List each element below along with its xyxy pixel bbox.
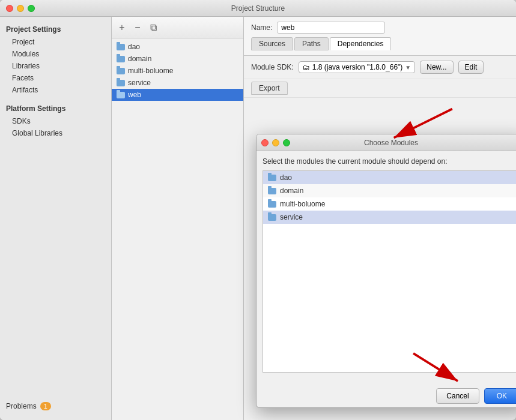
sidebar-item-artifacts[interactable]: Artifacts [0,84,111,96]
content-header: Name: Sources Paths Dependencies [244,17,516,56]
folder-icon [117,92,125,98]
remove-module-button[interactable]: − [131,21,144,34]
folder-icon [268,188,276,194]
sdk-select[interactable]: 🗂 1.8 (java version "1.8.0_66") ▼ [299,61,416,73]
dialog-module-service[interactable]: service [263,211,516,224]
title-bar: Project Structure [0,0,516,17]
sidebar-item-project[interactable]: Project [0,36,111,48]
folder-icon [117,44,125,50]
dialog-module-dao[interactable]: dao [263,171,516,184]
maximize-button[interactable] [28,5,35,12]
dialog-title: Choose Modules [364,139,418,147]
sdk-row: Module SDK: 🗂 1.8 (java version "1.8.0_6… [244,56,516,79]
window-controls [6,5,35,12]
window-title: Project Structure [231,4,285,13]
problems-item[interactable]: Problems 1 [0,398,112,414]
module-list: dao domain multi-boluome service [112,38,243,420]
sidebar-problems-section: Problems 1 [0,398,112,414]
sidebar-item-modules[interactable]: Modules [0,48,111,60]
folder-icon [117,68,125,74]
tabs-row: Sources Paths Dependencies [251,37,509,50]
copy-module-button[interactable]: ⧉ [147,21,160,34]
choose-modules-dialog: Choose Modules Select the modules the cu… [256,134,516,408]
folder-icon [268,214,276,221]
sidebar-item-libraries[interactable]: Libraries [0,60,111,72]
window-body: Project Settings Project Modules Librari… [0,17,516,420]
module-list-area: + − ⧉ dao domain multi-boluome [112,17,244,420]
module-item-dao[interactable]: dao [112,41,243,53]
ok-button[interactable]: OK [484,388,516,404]
dialog-instruction: Select the modules the current module sh… [263,157,516,166]
module-item-multi-boluome[interactable]: multi-boluome [112,65,243,77]
sdk-value: 1.8 (java version "1.8.0_66") [312,63,403,71]
chevron-down-icon: ▼ [405,64,411,71]
minimize-button[interactable] [17,5,24,12]
cancel-button[interactable]: Cancel [436,388,479,404]
tab-paths[interactable]: Paths [294,37,329,50]
dialog-controls [261,139,290,146]
sdk-icon: 🗂 [303,63,310,71]
project-settings-title: Project Settings [0,22,111,36]
dialog-close-button[interactable] [261,139,269,146]
sdk-new-button[interactable]: New... [420,61,453,74]
folder-icon [268,175,276,181]
sdk-label: Module SDK: [251,63,294,71]
add-module-button[interactable]: + [115,21,129,34]
folder-icon [268,201,276,208]
module-item-web[interactable]: web [112,89,243,101]
sidebar: Project Settings Project Modules Librari… [0,17,112,420]
right-panel: + − ⧉ dao domain multi-boluome [112,17,516,420]
tab-sources[interactable]: Sources [251,37,293,50]
module-item-domain[interactable]: domain [112,53,243,65]
problems-badge: 1 [40,402,51,410]
platform-settings-title: Platform Settings [0,101,111,115]
folder-icon [117,80,125,86]
dialog-footer: Cancel OK [256,385,516,407]
folder-icon [117,56,125,62]
export-tab[interactable]: Export [251,82,288,95]
modules-list: dao domain multi-boluome [263,170,516,373]
sdk-edit-button[interactable]: Edit [458,61,484,74]
dialog-module-multi-boluome[interactable]: multi-boluome [263,197,516,211]
name-input[interactable] [277,22,385,34]
dialog-max-button[interactable] [283,139,290,146]
module-list-header: + − ⧉ [112,17,243,38]
main-window: Project Structure Project Settings Proje… [0,0,516,420]
close-button[interactable] [6,5,13,12]
dialog-body: Select the modules the current module sh… [256,151,516,385]
export-row: Export [244,79,516,98]
sidebar-item-sdks[interactable]: SDKs [0,115,111,127]
tab-dependencies[interactable]: Dependencies [330,37,392,50]
content-area: Name: Sources Paths Dependencies Module … [244,17,516,420]
sidebar-item-global-libraries[interactable]: Global Libraries [0,127,111,139]
name-label: Name: [251,23,272,32]
module-item-service[interactable]: service [112,77,243,89]
content-body: Choose Modules Select the modules the cu… [244,98,516,420]
dialog-titlebar: Choose Modules [256,134,516,151]
dialog-module-domain[interactable]: domain [263,184,516,197]
problems-label: Problems [6,402,37,410]
sidebar-item-facets[interactable]: Facets [0,72,111,84]
dialog-min-button[interactable] [272,139,279,146]
name-row: Name: [251,22,509,34]
